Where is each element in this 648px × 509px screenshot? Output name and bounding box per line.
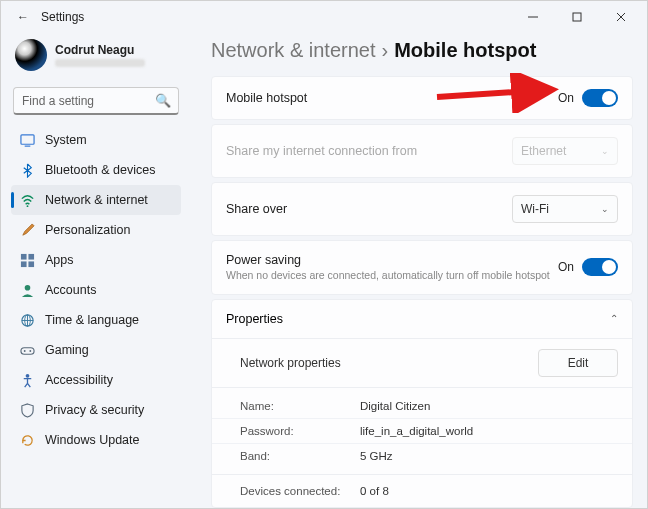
chevron-down-icon: ⌄ [601, 204, 609, 214]
properties-section: Properties ⌃ Network properties Edit Nam… [211, 299, 633, 508]
annotation-arrow [432, 73, 562, 113]
wifi-icon [19, 192, 35, 208]
gaming-icon [19, 342, 35, 358]
sidebar-label: Privacy & security [45, 403, 144, 417]
person-icon [19, 282, 35, 298]
breadcrumb: Network & internet › Mobile hotspot [211, 39, 633, 62]
shield-icon [19, 402, 35, 418]
page-title: Mobile hotspot [394, 39, 536, 62]
titlebar: ← Settings [1, 1, 647, 33]
properties-title: Properties [226, 312, 283, 326]
bluetooth-icon [19, 162, 35, 178]
powersave-toggle[interactable] [582, 258, 618, 276]
properties-header[interactable]: Properties ⌃ [212, 300, 632, 338]
sidebar-label: Personalization [45, 223, 130, 237]
close-button[interactable] [599, 2, 643, 32]
row-mobile-hotspot: Mobile hotspot On [211, 76, 633, 120]
svg-rect-14 [20, 347, 33, 354]
row-share-over: Share over Wi-Fi ⌄ [211, 182, 633, 236]
user-name: Codrut Neagu [55, 43, 145, 57]
svg-point-11 [24, 284, 30, 290]
row-sublabel: When no devices are connected, automatic… [226, 269, 550, 282]
toggle-state: On [558, 91, 574, 105]
update-icon [19, 432, 35, 448]
hotspot-toggle[interactable] [582, 89, 618, 107]
accessibility-icon [19, 372, 35, 388]
sidebar-item-gaming[interactable]: Gaming [11, 335, 181, 365]
system-icon [19, 132, 35, 148]
svg-line-18 [437, 90, 547, 97]
kv-password: Password:life_in_a_digital_world [212, 418, 632, 443]
svg-point-6 [26, 205, 28, 207]
sidebar-label: Gaming [45, 343, 89, 357]
sidebar-item-update[interactable]: Windows Update [11, 425, 181, 455]
search-icon: 🔍 [155, 93, 171, 108]
sidebar-label: Time & language [45, 313, 139, 327]
sidebar-item-network[interactable]: Network & internet [11, 185, 181, 215]
back-icon[interactable]: ← [17, 10, 37, 24]
svg-rect-8 [28, 253, 34, 259]
svg-rect-9 [20, 261, 26, 267]
chevron-down-icon: ⌄ [601, 146, 609, 156]
sidebar-item-accessibility[interactable]: Accessibility [11, 365, 181, 395]
network-properties-row: Network properties Edit [212, 338, 632, 387]
row-label: Power saving [226, 253, 550, 267]
window-title: Settings [41, 10, 84, 24]
sidebar-item-system[interactable]: System [11, 125, 181, 155]
svg-point-17 [25, 373, 29, 377]
user-profile[interactable]: Codrut Neagu [11, 37, 181, 79]
sidebar-label: Bluetooth & devices [45, 163, 156, 177]
svg-rect-1 [573, 13, 581, 21]
share-from-select: Ethernet ⌄ [512, 137, 618, 165]
row-label: Share over [226, 202, 287, 216]
sidebar-item-accounts[interactable]: Accounts [11, 275, 181, 305]
breadcrumb-parent[interactable]: Network & internet [211, 39, 376, 62]
edit-button[interactable]: Edit [538, 349, 618, 377]
sidebar-item-apps[interactable]: Apps [11, 245, 181, 275]
chevron-right-icon: › [382, 39, 389, 62]
brush-icon [19, 222, 35, 238]
minimize-button[interactable] [511, 2, 555, 32]
svg-rect-7 [20, 253, 26, 259]
svg-point-15 [23, 350, 25, 352]
sidebar-item-privacy[interactable]: Privacy & security [11, 395, 181, 425]
user-email-redacted [55, 59, 145, 67]
kv-devices: Devices connected: 0 of 8 [212, 474, 632, 507]
toggle-state: On [558, 260, 574, 274]
apps-icon [19, 252, 35, 268]
network-properties-label: Network properties [240, 356, 341, 370]
sidebar-item-bluetooth[interactable]: Bluetooth & devices [11, 155, 181, 185]
row-share-from: Share my internet connection from Ethern… [211, 124, 633, 178]
row-label: Share my internet connection from [226, 144, 417, 158]
avatar [15, 39, 47, 71]
share-over-select[interactable]: Wi-Fi ⌄ [512, 195, 618, 223]
row-power-saving: Power saving When no devices are connect… [211, 240, 633, 295]
sidebar-label: Windows Update [45, 433, 140, 447]
sidebar-item-time[interactable]: Time & language [11, 305, 181, 335]
maximize-button[interactable] [555, 2, 599, 32]
svg-rect-10 [28, 261, 34, 267]
select-value: Ethernet [521, 144, 566, 158]
svg-rect-4 [20, 134, 33, 143]
sidebar-item-personalization[interactable]: Personalization [11, 215, 181, 245]
sidebar-label: Accessibility [45, 373, 113, 387]
main-content: Network & internet › Mobile hotspot Mobi… [191, 33, 647, 508]
select-value: Wi-Fi [521, 202, 549, 216]
sidebar-label: System [45, 133, 87, 147]
globe-icon [19, 312, 35, 328]
sidebar-label: Apps [45, 253, 74, 267]
sidebar-label: Accounts [45, 283, 96, 297]
kv-name: Name:Digital Citizen [212, 394, 632, 418]
sidebar-label: Network & internet [45, 193, 148, 207]
kv-band: Band:5 GHz [212, 443, 632, 468]
sidebar: Codrut Neagu 🔍 System Bluetooth & device… [1, 33, 191, 508]
chevron-up-icon: ⌃ [610, 313, 618, 324]
row-label: Mobile hotspot [226, 91, 307, 105]
svg-point-16 [29, 350, 31, 352]
